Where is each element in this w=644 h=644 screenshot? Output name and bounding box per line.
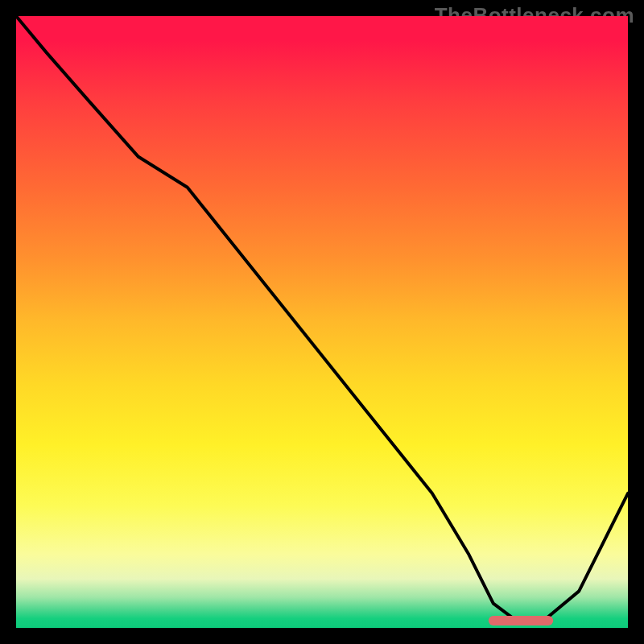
chart-stage: TheBottleneck.com xyxy=(0,0,644,644)
bottleneck-curve xyxy=(16,16,628,621)
plot-area xyxy=(16,16,628,628)
curve-layer xyxy=(16,16,628,628)
